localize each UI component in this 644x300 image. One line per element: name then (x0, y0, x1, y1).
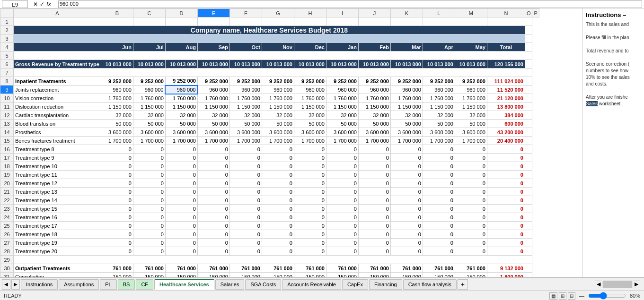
gross-rev-jun[interactable]: 10 013 000 (101, 60, 133, 69)
dislocation-dec[interactable]: 1 150 000 (294, 103, 326, 111)
blood-label[interactable]: Blood transfusion (14, 120, 101, 128)
dislocation-nov[interactable]: 1 150 000 (262, 103, 294, 111)
cardiac-mar[interactable]: 32 000 (390, 111, 423, 120)
dislocation-apr[interactable]: 1 150 000 (423, 103, 455, 111)
tab-salaries[interactable]: Salaries (215, 279, 245, 290)
vision-jan[interactable]: 1 760 000 (326, 94, 358, 103)
joints-aug[interactable]: 960 000 (165, 86, 197, 94)
gross-rev-may[interactable]: 10 013 000 (455, 60, 487, 69)
tab-pl[interactable]: PL (100, 279, 116, 290)
view-layout-icon[interactable]: ⊞ (559, 292, 566, 300)
tab-cf[interactable]: CF (136, 279, 153, 290)
joints-mar[interactable]: 960 000 (390, 86, 423, 94)
cell-H1[interactable] (262, 17, 294, 26)
inpatient-aug[interactable]: 9 252 000 (165, 77, 197, 86)
col-header-M[interactable]: M (455, 9, 487, 17)
gross-rev-mar[interactable]: 10 013 000 (390, 60, 423, 69)
tab-ar[interactable]: Accounts Receivable (282, 279, 341, 290)
gross-rev-feb[interactable]: 10 013 000 (358, 60, 390, 69)
col-header-H[interactable]: H (294, 9, 326, 17)
gross-rev-sep[interactable]: 10 013 000 (197, 60, 229, 69)
joints-nov[interactable]: 960 000 (262, 86, 294, 94)
cell-P5[interactable] (525, 51, 532, 60)
bones-label[interactable]: Bones fractures treatment (14, 137, 101, 145)
vision-aug[interactable]: 1 760 000 (165, 94, 197, 103)
view-page-icon[interactable]: ⊟ (568, 292, 575, 300)
col-header-A[interactable]: A (14, 9, 101, 17)
dislocation-may[interactable]: 1 150 000 (455, 103, 487, 111)
dislocation-jan[interactable]: 1 150 000 (326, 103, 358, 111)
joints-feb[interactable]: 960 000 (358, 86, 390, 94)
gross-rev-oct[interactable]: 10 013 000 (229, 60, 262, 69)
dislocation-label[interactable]: Dislocation reduction (14, 103, 101, 111)
cell-E1[interactable] (165, 17, 197, 26)
joints-may[interactable]: 960 000 (455, 86, 487, 94)
cell-I1[interactable] (294, 17, 326, 26)
inpatient-may[interactable]: 9 252 000 (455, 77, 487, 86)
cell-P1[interactable] (525, 17, 532, 26)
joints-sep[interactable]: 960 000 (197, 86, 229, 94)
cell-P12[interactable] (525, 111, 532, 120)
tab-scroll-right[interactable]: ▶ (11, 279, 20, 290)
joints-oct[interactable]: 960 000 (229, 86, 262, 94)
col-header-O[interactable]: O (525, 9, 532, 17)
gross-rev-dec[interactable]: 10 013 000 (294, 60, 326, 69)
cell-L1[interactable] (390, 17, 423, 26)
tab-instructions[interactable]: Instructions (21, 279, 58, 290)
cardiac-jul[interactable]: 32 000 (133, 111, 165, 120)
inpatient-mar[interactable]: 9 252 000 (390, 77, 423, 86)
scroll-bar-left[interactable]: ◀ (595, 281, 602, 288)
vision-apr[interactable]: 1 760 000 (423, 94, 455, 103)
vision-jun[interactable]: 1 760 000 (101, 94, 133, 103)
inpatient-jun[interactable]: 9 252 000 (101, 77, 133, 86)
inpatient-nov[interactable]: 9 252 000 (262, 77, 294, 86)
gross-rev-jan[interactable]: 10 013 000 (326, 60, 358, 69)
cell-F1[interactable] (197, 17, 229, 26)
cell-P11[interactable] (525, 103, 532, 111)
col-header-J[interactable]: J (358, 9, 390, 17)
tab-sga[interactable]: SGA Costs (245, 279, 281, 290)
cell-B3[interactable] (14, 34, 101, 43)
col-header-F[interactable]: F (229, 9, 262, 17)
tab-add-button[interactable]: + (458, 279, 468, 290)
tab-bs[interactable]: BS (118, 279, 135, 290)
cell-B5[interactable] (14, 51, 101, 60)
col-header-G[interactable]: G (262, 9, 294, 17)
dislocation-mar[interactable]: 1 150 000 (390, 103, 423, 111)
cell-M1[interactable] (423, 17, 455, 26)
cell-P10[interactable] (525, 94, 532, 103)
cardiac-jan[interactable]: 32 000 (326, 111, 358, 120)
vision-dec[interactable]: 1 760 000 (294, 94, 326, 103)
vision-jul[interactable]: 1 760 000 (133, 94, 165, 103)
vision-nov[interactable]: 1 760 000 (262, 94, 294, 103)
vision-total[interactable]: 21 120 000 (487, 94, 525, 103)
cell-P9[interactable] (525, 86, 532, 94)
tab-scroll-left[interactable]: ◀ (2, 279, 10, 290)
cell-P4[interactable] (525, 43, 532, 51)
cardiac-feb[interactable]: 32 000 (358, 111, 390, 120)
cardiac-jun[interactable]: 32 000 (101, 111, 133, 120)
vision-label[interactable]: Vision correction (14, 94, 101, 103)
cardiac-nov[interactable]: 32 000 (262, 111, 294, 120)
cardiac-total[interactable]: 384 000 (487, 111, 525, 120)
cell-J1[interactable] (326, 17, 358, 26)
scroll-bar-right[interactable]: ▶ (633, 281, 640, 288)
col-header-P[interactable]: P (532, 9, 539, 17)
cell-K1[interactable] (358, 17, 390, 26)
dislocation-aug[interactable]: 1 150 000 (165, 103, 197, 111)
dislocation-sep[interactable]: 1 150 000 (197, 103, 229, 111)
cardiac-oct[interactable]: 32 000 (229, 111, 262, 120)
name-box[interactable]: E9 (2, 0, 28, 8)
tab-financing[interactable]: Financing (369, 279, 402, 290)
cell-P7[interactable] (525, 69, 532, 77)
tab-capex[interactable]: CapEx (342, 279, 368, 290)
gross-rev-jul[interactable]: 10 013 000 (133, 60, 165, 69)
tab-assumptions[interactable]: Assumptions (59, 279, 99, 290)
vision-may[interactable]: 1 760 000 (455, 94, 487, 103)
joints-jul[interactable]: 960 000 (133, 86, 165, 94)
col-header-L[interactable]: L (423, 9, 455, 17)
col-header-K[interactable]: K (390, 9, 423, 17)
inpatient-total[interactable]: 111 024 000 (487, 77, 525, 86)
dislocation-jul[interactable]: 1 150 000 (133, 103, 165, 111)
inpatient-sep[interactable]: 9 252 000 (197, 77, 229, 86)
